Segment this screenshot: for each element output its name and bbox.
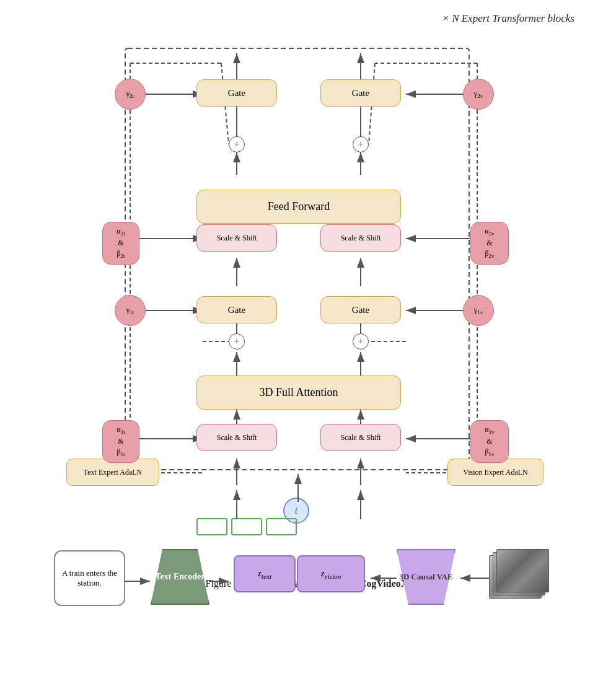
zvision-arrow [366,572,397,584]
video-frames [489,549,551,605]
gate-box-mid-right: Gate [320,296,401,323]
diagram-area: + + + + Gate Gate Feed Forward Scale & S… [29,30,587,569]
plus-circle-mid-right: + [353,333,369,350]
plus-circle-top-right: + [353,136,369,152]
alpha1v: α1v&β1v [470,420,509,463]
vae-img-arrow [455,572,490,584]
vae-label: 3D Causal VAE [397,555,455,599]
gamma2t: γ2t [115,79,146,110]
enc-arrow [209,575,234,587]
z-vision-box: zvision [297,555,365,592]
feed-forward-box: Feed Forward [196,190,401,224]
scale-shift-bot-left: Scale & Shift [196,424,277,451]
t-arrow [292,471,304,502]
gamma1v: γ1v [463,295,494,326]
alpha1t: α1t&β1t [102,420,139,463]
gate-box-mid-left: Gate [196,296,277,323]
alpha2t: α2t&β2t [102,222,139,265]
gate-box-top-left: Gate [196,79,277,107]
gamma1t: γ1t [115,295,146,326]
plus-circle-top-left: + [229,136,245,152]
gamma2v: γ2v [463,79,494,110]
scale-shift-bot-right: Scale & Shift [320,424,401,451]
plus-circle-mid-left: + [229,333,245,350]
text-prompt-box: A train enters the station. [54,550,125,606]
attention-box: 3D Full Attention [196,376,401,410]
alpha2v: α2v&β2v [470,222,509,265]
diagram-container: × N Expert Transformer blocks [29,12,587,569]
input-arrows-up [196,485,376,522]
scale-shift-top-right: Scale & Shift [320,224,401,252]
top-label: × N Expert Transformer blocks [29,12,587,25]
z-text-box: ztext [234,555,296,592]
text-encoder-label: Text Encoder [151,561,209,592]
scale-shift-top-left: Scale & Shift [196,224,277,252]
gate-box-top-right: Gate [320,79,401,107]
